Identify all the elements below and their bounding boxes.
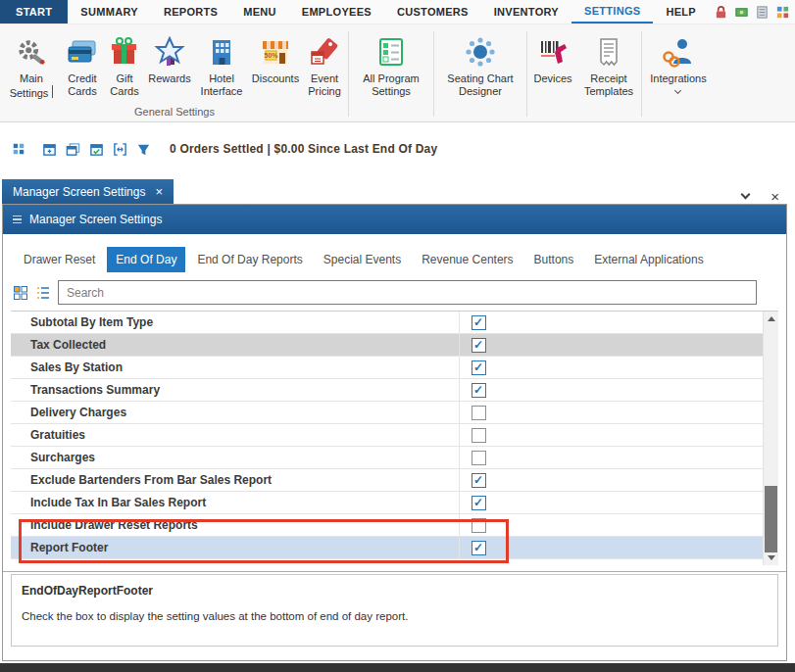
calendar-copy-icon[interactable]: [66, 142, 80, 157]
search-input[interactable]: [58, 280, 757, 305]
menu-item-help[interactable]: HELP: [653, 0, 709, 24]
ribbon-gift-cards[interactable]: Gift Cards: [104, 28, 145, 97]
menu-item-start[interactable]: START: [0, 0, 68, 24]
ribbon-event-pricing[interactable]: Event Pricing: [302, 28, 347, 97]
tab-label: Revenue Centers: [422, 253, 513, 266]
close-icon[interactable]: ×: [155, 185, 163, 198]
detail-separator: [3, 571, 786, 572]
tab-special-events[interactable]: Special Events: [315, 247, 410, 272]
ribbon-seating-chart-designer[interactable]: Seating Chart Designer: [435, 28, 525, 97]
setting-row[interactable]: Sales By Station: [11, 357, 763, 379]
menu-item-menu[interactable]: MENU: [230, 0, 289, 24]
top-menubar: START SUMMARY REPORTS MENU EMPLOYEES CUS…: [0, 0, 795, 24]
setting-checkbox[interactable]: [472, 541, 486, 555]
ribbon-separator: [526, 31, 527, 117]
setting-row[interactable]: Transactions Summary: [11, 379, 763, 402]
ribbon-group-seating: Seating Chart Designer: [435, 28, 525, 121]
ribbon-hotel-interface[interactable]: Hotel Interface: [194, 28, 249, 97]
setting-checkbox[interactable]: [472, 315, 486, 330]
ribbon-group-caption: General Settings: [2, 103, 347, 121]
tab-revenue-centers[interactable]: Revenue Centers: [413, 247, 522, 272]
seating-chart-icon: [464, 31, 497, 72]
ribbon-label: Main Settings: [10, 72, 49, 99]
close-icon[interactable]: ×: [770, 189, 779, 204]
vertical-scrollbar[interactable]: [763, 312, 778, 565]
chevron-down-icon[interactable]: [741, 190, 751, 200]
tab-external-applications[interactable]: External Applications: [585, 247, 712, 272]
setting-checkbox[interactable]: [472, 338, 486, 353]
settings-list: Subtotal By Item Type Tax Collected Sale…: [11, 311, 778, 565]
ribbon-label: Gift Cards: [110, 72, 138, 97]
menu-item-summary[interactable]: SUMMARY: [68, 0, 151, 24]
discounts-store-icon: 50%: [260, 31, 291, 72]
apps-icon[interactable]: [775, 5, 790, 20]
setting-checkbox[interactable]: [472, 473, 486, 488]
setting-checkbox[interactable]: [472, 406, 486, 420]
setting-checkbox[interactable]: [472, 451, 486, 465]
menu-item-employees[interactable]: EMPLOYEES: [289, 0, 384, 24]
ribbon-all-program-settings[interactable]: All Program Settings: [350, 28, 432, 97]
setting-checkbox[interactable]: [472, 496, 486, 510]
menubar-icon-cluster: [714, 0, 795, 24]
category-view-icon[interactable]: [13, 285, 28, 301]
setting-label: Transactions Summary: [11, 379, 460, 401]
setting-row[interactable]: Include Drawer Reset Reports: [11, 514, 763, 537]
ribbon-rewards[interactable]: Rewards: [145, 28, 194, 85]
resize-icon[interactable]: [113, 142, 127, 157]
ribbon-separator: [348, 31, 349, 117]
scroll-down-button[interactable]: [764, 551, 778, 565]
setting-checkbox[interactable]: [472, 428, 486, 443]
ribbon-separator: [433, 31, 434, 117]
setting-row[interactable]: Tax Collected: [11, 334, 763, 357]
setting-row[interactable]: Include Tax In Bar Sales Report: [11, 492, 763, 514]
setting-label: Gratuities: [11, 424, 460, 446]
ribbon-credit-cards[interactable]: Credit Cards: [61, 28, 104, 97]
ribbon-integrations[interactable]: Integrations: [643, 28, 714, 93]
tab-label: Buttons: [534, 253, 574, 266]
tab-label: End Of Day Reports: [197, 253, 302, 266]
setting-checkbox[interactable]: [472, 518, 486, 533]
hotel-icon: [206, 31, 237, 72]
funnel-icon[interactable]: [136, 142, 151, 157]
setting-row[interactable]: Delivery Charges: [11, 402, 763, 424]
window-title: Manager Screen Settings: [29, 213, 162, 226]
scroll-up-button[interactable]: [764, 312, 778, 326]
menu-item-customers[interactable]: CUSTOMERS: [384, 0, 481, 24]
tab-end-of-day-reports[interactable]: End Of Day Reports: [188, 247, 311, 272]
gift-icon: [109, 31, 140, 72]
ribbon-label: Integrations: [650, 72, 706, 84]
list-view-icon[interactable]: [35, 285, 51, 301]
setting-label: Include Tax In Bar Sales Report: [11, 492, 460, 513]
setting-checkbox[interactable]: [472, 383, 486, 398]
setting-row[interactable]: Exclude Bartenders From Bar Sales Report: [11, 469, 763, 492]
setting-row-report-footer[interactable]: Report Footer: [11, 537, 763, 559]
document-tab-manager-screen-settings[interactable]: Manager Screen Settings ×: [2, 179, 174, 204]
journal-icon[interactable]: [755, 5, 770, 20]
tab-drawer-reset[interactable]: Drawer Reset: [15, 247, 104, 272]
menu-item-settings[interactable]: SETTINGS: [571, 0, 653, 24]
calendar-check-icon[interactable]: [89, 142, 104, 157]
ribbon-group-general-settings: Main Settings Credit Cards Gift Cards Re…: [2, 28, 347, 121]
chevron-down-icon: [674, 87, 681, 94]
status-bar: 0 Orders Settled | $0.00 Since Last End …: [0, 135, 795, 163]
setting-row[interactable]: Surcharges: [11, 447, 763, 469]
window-menu-icon: [13, 216, 22, 224]
lock-icon[interactable]: [714, 5, 728, 20]
tab-buttons[interactable]: Buttons: [525, 247, 583, 272]
cash-icon[interactable]: [734, 5, 749, 20]
setting-checkbox[interactable]: [472, 360, 486, 375]
setting-detail-description: Check the box to display the setting val…: [22, 610, 768, 622]
scrollbar-thumb[interactable]: [765, 486, 777, 552]
ribbon-discounts[interactable]: 50% Discounts: [249, 28, 302, 85]
menu-label: MENU: [243, 6, 276, 18]
menu-item-reports[interactable]: REPORTS: [151, 0, 230, 24]
ribbon-receipt-templates[interactable]: Receipt Templates: [577, 28, 640, 97]
setting-row[interactable]: Gratuities: [11, 424, 763, 447]
grid-icon[interactable]: [12, 142, 25, 156]
calendar-add-icon[interactable]: [42, 142, 57, 157]
setting-row[interactable]: Subtotal By Item Type: [11, 312, 763, 334]
tab-end-of-day[interactable]: End Of Day: [107, 247, 185, 272]
ribbon-main-settings[interactable]: Main Settings: [2, 28, 61, 99]
ribbon-devices[interactable]: Devices: [528, 28, 577, 85]
menu-item-inventory[interactable]: INVENTORY: [481, 0, 571, 24]
